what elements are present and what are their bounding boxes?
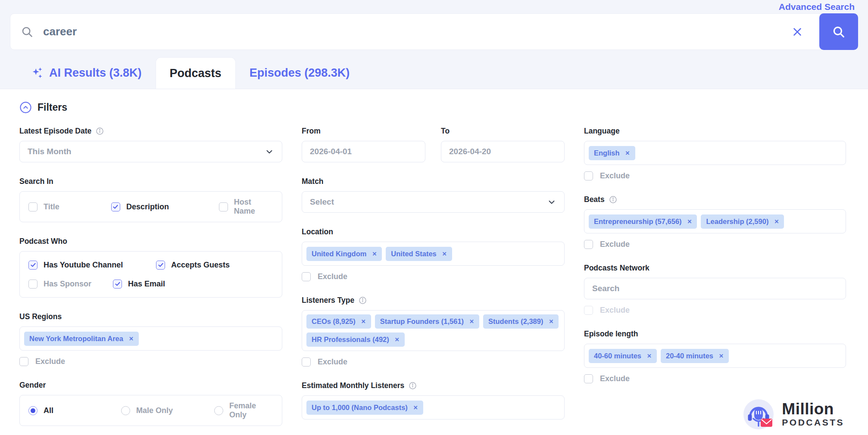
checkbox-icon bbox=[584, 306, 593, 315]
filter-tag: Leadership (2,590) ✕ bbox=[701, 214, 784, 229]
radio-selected-icon bbox=[28, 406, 37, 415]
location-exclude-checkbox[interactable]: Exclude bbox=[302, 272, 565, 281]
checkbox-accepts-guests[interactable]: Accepts Guests bbox=[156, 261, 230, 270]
clear-search-button[interactable] bbox=[787, 22, 807, 42]
checkbox-has-sponsor[interactable]: Has Sponsor bbox=[28, 280, 113, 289]
language-input[interactable]: English ✕ bbox=[584, 141, 846, 165]
remove-tag-icon[interactable]: ✕ bbox=[372, 251, 377, 257]
tab-ai-results[interactable]: AI Results (3.8K) bbox=[17, 57, 156, 88]
tab-label: Episodes (298.3K) bbox=[250, 66, 350, 80]
checkbox-label: Title bbox=[44, 202, 59, 211]
filter-tag: 40-60 minutes ✕ bbox=[589, 349, 657, 363]
checkbox-icon bbox=[28, 280, 37, 289]
remove-tag-icon[interactable]: ✕ bbox=[647, 353, 652, 359]
remove-tag-icon[interactable]: ✕ bbox=[395, 337, 400, 342]
info-icon bbox=[409, 382, 417, 390]
field-label: Beats bbox=[584, 195, 605, 204]
advanced-search-link[interactable]: Advanced Search bbox=[779, 2, 855, 12]
filters-toggle[interactable]: Filters bbox=[19, 101, 849, 114]
field-label: Latest Episode Date bbox=[19, 127, 91, 136]
checkbox-icon bbox=[19, 357, 28, 366]
sparkles-icon bbox=[31, 66, 44, 79]
checkbox-has-email[interactable]: Has Email bbox=[113, 280, 165, 289]
remove-tag-icon[interactable]: ✕ bbox=[413, 405, 418, 410]
checkbox-checked-icon bbox=[28, 261, 37, 270]
filter-tag: 20-40 minutes ✕ bbox=[661, 349, 729, 363]
checkbox-has-youtube-channel[interactable]: Has Youtube Channel bbox=[28, 261, 156, 270]
beats-exclude-checkbox[interactable]: Exclude bbox=[584, 240, 846, 249]
chevron-down-icon bbox=[265, 147, 274, 156]
checkbox-title[interactable]: Title bbox=[28, 202, 111, 211]
tag-label: New York Metropolitan Area bbox=[29, 335, 123, 343]
language-exclude-checkbox[interactable]: Exclude bbox=[584, 171, 846, 180]
radio-male-only[interactable]: Male Only bbox=[121, 406, 214, 415]
episode-length-input[interactable]: 40-60 minutes ✕ 20-40 minutes ✕ bbox=[584, 344, 846, 368]
exclude-label: Exclude bbox=[35, 357, 65, 366]
us-regions-field: US Regions New York Metropolitan Area ✕ … bbox=[19, 312, 282, 366]
match-field: Match Select bbox=[302, 177, 565, 213]
tab-episodes[interactable]: Episodes (298.3K) bbox=[236, 57, 364, 88]
field-label: Podcasts Network bbox=[584, 264, 649, 273]
us-regions-input[interactable]: New York Metropolitan Area ✕ bbox=[19, 326, 282, 351]
remove-tag-icon[interactable]: ✕ bbox=[625, 150, 630, 156]
podcasts-network-search-input[interactable] bbox=[592, 284, 838, 293]
selected-value: This Month bbox=[28, 147, 71, 156]
match-select[interactable]: Select bbox=[302, 191, 565, 213]
field-label: Gender bbox=[19, 381, 46, 390]
tag-label: Leadership (2,590) bbox=[706, 218, 768, 226]
checkbox-checked-icon bbox=[113, 280, 122, 289]
select-placeholder: Select bbox=[310, 197, 334, 207]
checkbox-icon bbox=[28, 202, 37, 211]
from-date-input[interactable] bbox=[310, 147, 417, 156]
checkbox-icon bbox=[584, 171, 593, 180]
checkbox-label: Has Youtube Channel bbox=[44, 261, 123, 270]
checkbox-host-name[interactable]: Host Name bbox=[219, 198, 273, 216]
episode-length-exclude-checkbox[interactable]: Exclude bbox=[584, 374, 846, 383]
tag-label: HR Professionals (492) bbox=[312, 336, 389, 344]
brand-logo: Million PODCASTS bbox=[584, 398, 846, 431]
latest-episode-date-select[interactable]: This Month bbox=[19, 141, 282, 162]
podcasts-network-field: Podcasts Network Exclude bbox=[584, 264, 846, 315]
radio-label: Female Only bbox=[229, 401, 273, 419]
field-label: Episode length bbox=[584, 329, 638, 339]
search-in-field: Search In Title Description bbox=[19, 177, 282, 222]
us-regions-exclude-checkbox[interactable]: Exclude bbox=[19, 357, 282, 366]
tag-label: Up to 1,000 (Nano Podcasts) bbox=[312, 404, 408, 412]
radio-all[interactable]: All bbox=[28, 406, 121, 415]
tag-label: Entrepreneurship (57,656) bbox=[594, 218, 682, 226]
estimated-monthly-listeners-input[interactable]: Up to 1,000 (Nano Podcasts) ✕ bbox=[302, 395, 565, 419]
beats-input[interactable]: Entrepreneurship (57,656) ✕ Leadership (… bbox=[584, 209, 846, 233]
filter-tag: English ✕ bbox=[589, 146, 635, 160]
remove-tag-icon[interactable]: ✕ bbox=[361, 319, 366, 324]
to-date-input[interactable] bbox=[449, 147, 556, 156]
podcasts-network-exclude-checkbox[interactable]: Exclude bbox=[584, 306, 846, 315]
listeners-type-field: Listeners Type CEOs (8,925) ✕ Startup Fo… bbox=[302, 296, 565, 367]
checkbox-description[interactable]: Description bbox=[111, 202, 219, 211]
listeners-type-exclude-checkbox[interactable]: Exclude bbox=[302, 357, 565, 367]
checkbox-label: Host Name bbox=[234, 198, 273, 216]
remove-tag-icon[interactable]: ✕ bbox=[442, 251, 447, 257]
million-podcasts-logo-icon bbox=[742, 398, 775, 431]
tab-podcasts[interactable]: Podcasts bbox=[156, 57, 236, 89]
gender-field: Gender All Male Only bbox=[19, 381, 282, 426]
exclude-label: Exclude bbox=[318, 357, 347, 367]
listeners-type-input[interactable]: CEOs (8,925) ✕ Startup Founders (1,561) … bbox=[302, 310, 565, 351]
remove-tag-icon[interactable]: ✕ bbox=[719, 353, 724, 359]
location-input[interactable]: United Kingdom ✕ United States ✕ bbox=[302, 242, 565, 266]
remove-tag-icon[interactable]: ✕ bbox=[129, 336, 134, 342]
field-label: Location bbox=[302, 227, 333, 236]
from-date-field: From bbox=[302, 127, 425, 162]
checkbox-label: Has Sponsor bbox=[44, 280, 91, 289]
remove-tag-icon[interactable]: ✕ bbox=[549, 319, 553, 324]
remove-tag-icon[interactable]: ✕ bbox=[687, 219, 692, 224]
checkbox-icon bbox=[584, 240, 593, 249]
remove-tag-icon[interactable]: ✕ bbox=[774, 219, 779, 224]
checkbox-checked-icon bbox=[111, 202, 120, 211]
radio-female-only[interactable]: Female Only bbox=[214, 401, 273, 419]
filter-tag: Students (2,389) ✕ bbox=[483, 314, 559, 329]
search-button[interactable] bbox=[819, 13, 858, 50]
remove-tag-icon[interactable]: ✕ bbox=[469, 319, 474, 324]
search-input[interactable] bbox=[43, 25, 787, 38]
tag-label: 40-60 minutes bbox=[594, 352, 641, 360]
search-submit-icon bbox=[831, 25, 846, 39]
